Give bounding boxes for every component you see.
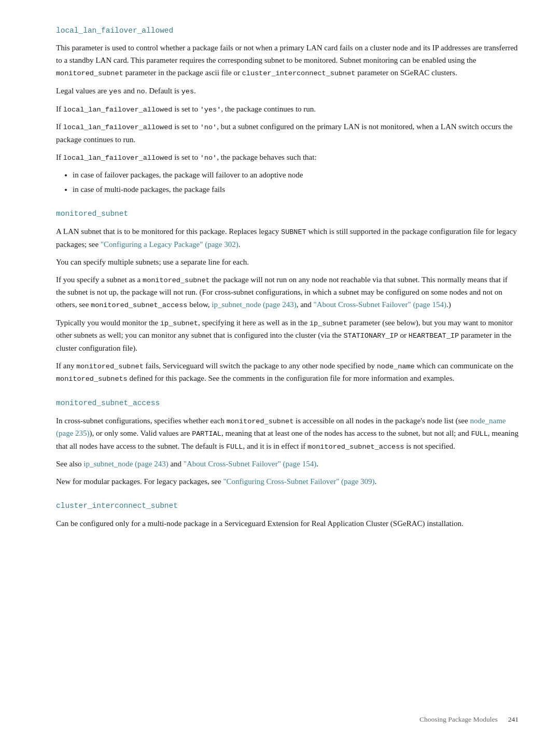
footer-page-number: 241 — [508, 714, 519, 725]
code-yes-quoted-1: 'yes' — [200, 106, 221, 114]
code-no-1: no — [137, 88, 145, 95]
para-monitored-4: Typically you would monitor the ip_subne… — [56, 316, 519, 354]
code-yes-1: yes — [109, 88, 121, 95]
code-node-name-1: node_name — [377, 363, 415, 370]
footer-chapter-title: Choosing Package Modules — [419, 714, 498, 725]
para-msa-2: See also ip_subnet_node (page 243) and "… — [56, 458, 519, 470]
list-item-multinode: in case of multi-node packages, the pack… — [73, 183, 519, 196]
link-configuring-legacy[interactable]: "Configuring a Legacy Package" (page 302… — [101, 240, 239, 248]
code-full: FULL — [471, 430, 487, 438]
code-monitored-subnet-4: monitored_subnet — [227, 418, 294, 425]
code-yes-2: yes — [181, 88, 194, 95]
code-monitored-subnet-access-2: monitored_subnet_access — [307, 443, 404, 451]
link-configuring-cross-subnet-309[interactable]: "Configuring Cross-Subnet Failover" (pag… — [223, 477, 374, 486]
code-ip-subnet-2: ip_subnet — [310, 320, 347, 327]
code-monitored-subnet-inline: monitored_subnet — [56, 70, 123, 77]
para-local-lan-3: If local_lan_failover_allowed is set to … — [56, 103, 519, 116]
para-local-lan-1: This parameter is used to control whethe… — [56, 42, 519, 79]
code-monitored-subnet-2: monitored_subnet — [143, 277, 210, 284]
code-local-lan-3: local_lan_failover_allowed — [63, 154, 173, 162]
code-heartbeat-ip: HEARTBEAT_IP — [409, 332, 459, 340]
heading-cluster-interconnect-subnet: cluster_interconnect_subnet — [56, 500, 519, 512]
page-footer: Choosing Package Modules 241 — [419, 714, 519, 725]
para-local-lan-4: If local_lan_failover_allowed is set to … — [56, 120, 519, 146]
page: local_lan_failover_allowed This paramete… — [0, 0, 560, 746]
code-monitored-subnet-3: monitored_subnet — [76, 363, 144, 370]
list-item-failover: in case of failover packages, the packag… — [73, 169, 519, 181]
section-monitored-subnet-access: monitored_subnet_access In cross-subnet … — [56, 397, 519, 488]
para-monitored-2: You can specify multiple subnets; use a … — [56, 256, 519, 268]
para-local-lan-5: If local_lan_failover_allowed is set to … — [56, 151, 519, 164]
section-local-lan-failover: local_lan_failover_allowed This paramete… — [56, 25, 519, 196]
heading-local-lan-failover: local_lan_failover_allowed — [56, 25, 519, 36]
para-local-lan-2: Legal values are yes and no. Default is … — [56, 85, 519, 98]
section-cluster-interconnect-subnet: cluster_interconnect_subnet Can be confi… — [56, 500, 519, 529]
section-monitored-subnet: monitored_subnet A LAN subnet that is to… — [56, 208, 519, 385]
link-ip-subnet-node-243a[interactable]: ip_subnet_node (page 243) — [212, 300, 296, 309]
para-monitored-5: If any monitored_subnet fails, Servicegu… — [56, 360, 519, 385]
para-msa-3: New for modular packages. For legacy pac… — [56, 475, 519, 488]
para-monitored-3: If you specify a subnet as a monitored_s… — [56, 273, 519, 311]
code-monitored-subnets: monitored_subnets — [56, 375, 128, 383]
heading-monitored-subnet: monitored_subnet — [56, 208, 519, 219]
code-full-2: FULL — [226, 443, 243, 451]
list-local-lan: in case of failover packages, the packag… — [73, 169, 519, 196]
para-monitored-1: A LAN subnet that is to be monitored for… — [56, 225, 519, 251]
code-stationary-ip: STATIONARY_IP — [343, 332, 398, 340]
code-ip-subnet-1: ip_subnet — [160, 320, 198, 327]
para-msa-1: In cross-subnet configurations, specifie… — [56, 415, 519, 453]
code-partial: PARTIAL — [192, 430, 221, 438]
code-no-quoted-1: 'no' — [200, 123, 217, 131]
link-ip-subnet-node-243b[interactable]: ip_subnet_node (page 243) — [83, 460, 168, 468]
code-local-lan-1: local_lan_failover_allowed — [63, 106, 173, 114]
link-cross-subnet-154b[interactable]: "About Cross-Subnet Failover" (page 154) — [184, 460, 316, 468]
heading-monitored-subnet-access: monitored_subnet_access — [56, 397, 519, 409]
code-monitored-subnet-access-inline: monitored_subnet_access — [91, 301, 187, 309]
code-cluster-interconnect-inline: cluster_interconnect_subnet — [242, 70, 356, 77]
code-subnet-caps: SUBNET — [281, 228, 306, 236]
para-cis-1: Can be configured only for a multi-node … — [56, 517, 519, 530]
link-cross-subnet-154a[interactable]: "About Cross-Subnet Failover" (page 154) — [314, 300, 446, 309]
code-no-quoted-2: 'no' — [200, 154, 217, 162]
code-local-lan-2: local_lan_failover_allowed — [63, 123, 173, 131]
